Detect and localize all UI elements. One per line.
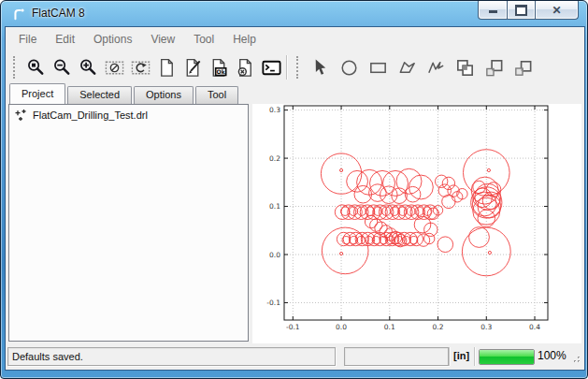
draw-polygon-button[interactable] <box>393 54 422 80</box>
title-bar[interactable]: FlatCAM 8 ✕ <box>1 1 587 26</box>
menu-view[interactable]: View <box>141 29 184 50</box>
svg-text:0.1: 0.1 <box>269 202 280 211</box>
union-icon <box>454 57 476 79</box>
close-button[interactable]: ✕ <box>535 1 579 20</box>
svg-text:-0.1: -0.1 <box>286 323 300 331</box>
draw-rectangle-button[interactable] <box>364 54 393 80</box>
tab-options[interactable]: Options <box>134 86 194 104</box>
zoom-in-button[interactable] <box>75 54 101 80</box>
svg-text:Ok: Ok <box>216 67 225 74</box>
menu-help[interactable]: Help <box>223 29 265 50</box>
progress-bar <box>479 349 535 365</box>
status-separator <box>474 347 475 366</box>
paste-shape-icon <box>512 57 534 79</box>
tab-selected[interactable]: Selected <box>67 86 132 104</box>
status-separator <box>449 347 450 366</box>
tab-tool[interactable]: Tool <box>195 86 238 104</box>
caption-buttons: ✕ <box>479 1 579 20</box>
draw-circle-button[interactable] <box>335 54 364 80</box>
svg-text:0.0: 0.0 <box>269 251 280 259</box>
zoom-in-icon <box>78 57 99 79</box>
run-script-button[interactable]: Ok <box>206 54 232 80</box>
shell-icon <box>261 57 282 79</box>
delete-object-button[interactable] <box>232 54 258 80</box>
tab-project[interactable]: Project <box>9 83 65 104</box>
svg-text:0.2: 0.2 <box>269 154 280 163</box>
copy-shape-icon <box>483 57 505 79</box>
toolbar: Ok <box>6 51 584 84</box>
toolbar-drag-handle[interactable] <box>296 56 301 79</box>
menu-bar: FileEditOptionsViewToolHelp <box>6 27 584 51</box>
drill-file-icon <box>14 109 27 122</box>
draw-polygon-icon <box>396 57 418 79</box>
svg-text:-0.1: -0.1 <box>266 299 280 307</box>
run-script-icon: Ok <box>208 57 230 79</box>
menu-edit[interactable]: Edit <box>46 29 84 50</box>
client-area: FileEditOptionsViewToolHelp Ok ProjectSe… <box>5 26 585 371</box>
draw-rectangle-icon <box>367 57 389 79</box>
status-message: Defaults saved. <box>7 347 336 366</box>
paste-shape-button[interactable] <box>509 54 538 80</box>
open-file-button[interactable] <box>179 54 206 80</box>
svg-text:0.4: 0.4 <box>529 323 540 331</box>
zoom-out-button[interactable] <box>49 54 75 80</box>
svg-text:0.3: 0.3 <box>480 323 492 331</box>
new-file-icon <box>156 57 178 79</box>
svg-text:0.0: 0.0 <box>336 323 347 331</box>
progress-fill <box>480 350 534 364</box>
editor-toolbar <box>306 54 538 80</box>
draw-circle-icon <box>338 57 360 79</box>
plot-canvas[interactable]: -0.10.00.10.20.30.4-0.10.00.10.20.3 <box>252 104 581 343</box>
clear-plot-button[interactable] <box>101 54 127 80</box>
resize-grip-icon[interactable] <box>569 352 581 364</box>
plot-svg: -0.10.00.10.20.30.4-0.10.00.10.20.3 <box>252 104 581 343</box>
replot-icon <box>130 57 151 79</box>
minimize-button[interactable] <box>478 1 508 20</box>
progress-percent-label: 100% <box>538 349 566 362</box>
svg-text:0.3: 0.3 <box>269 106 280 114</box>
tab-bar: ProjectSelectedOptionsTool <box>9 86 240 104</box>
zoom-fit-icon <box>25 57 47 79</box>
open-file-icon <box>182 57 204 79</box>
select-button[interactable] <box>306 54 335 80</box>
toolbar-separator <box>286 55 287 80</box>
maximize-button[interactable] <box>507 1 536 20</box>
svg-text:0.2: 0.2 <box>433 323 444 331</box>
menu-file[interactable]: File <box>9 29 46 50</box>
app-window: FlatCAM 8 ✕ FileEditOptionsViewToolHelp … <box>0 0 588 379</box>
draw-polyline-icon <box>425 57 447 79</box>
tree-item-label: FlatCam_Drilling_Test.drl <box>33 109 148 121</box>
delete-object-icon <box>235 57 256 79</box>
draw-polyline-button[interactable] <box>422 54 451 80</box>
zoom-out-icon <box>51 57 73 79</box>
replot-button[interactable] <box>127 54 153 80</box>
shell-button[interactable] <box>258 54 284 80</box>
units-label: [in] <box>453 350 469 361</box>
menu-tool[interactable]: Tool <box>184 29 223 50</box>
copy-shape-button[interactable] <box>480 54 509 80</box>
zoom-fit-button[interactable] <box>22 54 49 80</box>
main-toolbar: Ok <box>22 54 284 80</box>
select-icon <box>309 57 331 79</box>
status-bar: Defaults saved. [in] 100% <box>6 345 584 368</box>
svg-text:0.1: 0.1 <box>384 323 395 331</box>
tree-item[interactable]: FlatCam_Drilling_Test.drl <box>9 105 248 122</box>
status-aux-panel <box>344 347 449 366</box>
new-file-button[interactable] <box>153 54 179 80</box>
flatcam-logo-icon <box>11 7 26 22</box>
union-button[interactable] <box>451 54 480 80</box>
toolbar-drag-handle[interactable] <box>13 56 18 79</box>
window-title: FlatCAM 8 <box>32 7 85 20</box>
project-tree-panel[interactable]: FlatCam_Drilling_Test.drl <box>8 104 249 342</box>
clear-plot-icon <box>104 57 125 79</box>
menu-options[interactable]: Options <box>84 29 141 50</box>
